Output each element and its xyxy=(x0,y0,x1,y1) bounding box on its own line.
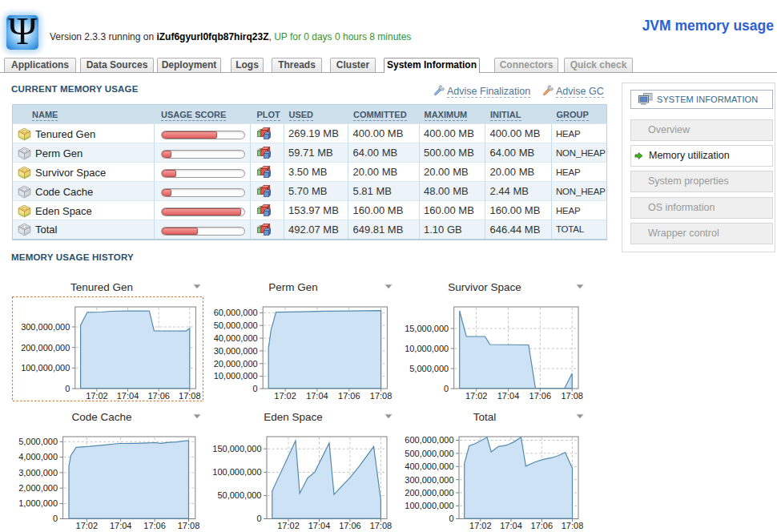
svg-text:17:04: 17:04 xyxy=(117,391,139,401)
svg-text:17:08: 17:08 xyxy=(370,521,393,530)
svg-text:40,000,000: 40,000,000 xyxy=(214,333,258,343)
svg-text:50,000,000: 50,000,000 xyxy=(214,320,258,330)
svg-text:17:06: 17:06 xyxy=(147,391,170,401)
svg-text:17:02: 17:02 xyxy=(76,521,99,530)
svg-text:3,000,000: 3,000,000 xyxy=(18,468,58,478)
svg-text:30,000,000: 30,000,000 xyxy=(214,346,258,356)
svg-text:17:02: 17:02 xyxy=(277,521,300,530)
svg-text:300,000,000: 300,000,000 xyxy=(21,322,70,332)
svg-text:100,000,000: 100,000,000 xyxy=(212,467,261,477)
svg-text:0: 0 xyxy=(53,514,58,523)
svg-text:0: 0 xyxy=(256,514,261,523)
svg-text:15,000,000: 15,000,000 xyxy=(405,324,449,333)
svg-text:17:06: 17:06 xyxy=(339,521,361,530)
svg-text:100,000,000: 100,000,000 xyxy=(405,501,453,510)
svg-text:17:08: 17:08 xyxy=(370,391,393,401)
svg-text:17:08: 17:08 xyxy=(561,391,583,401)
svg-text:2,000,000: 2,000,000 xyxy=(18,483,58,493)
svg-text:1,000,000: 1,000,000 xyxy=(18,498,58,508)
svg-text:0: 0 xyxy=(253,384,258,393)
svg-text:17:02: 17:02 xyxy=(86,391,108,401)
svg-text:17:02: 17:02 xyxy=(274,391,296,401)
svg-text:200,000,000: 200,000,000 xyxy=(21,343,70,353)
svg-text:600,000,000: 600,000,000 xyxy=(405,435,453,445)
svg-text:17:06: 17:06 xyxy=(529,391,552,401)
svg-text:17:02: 17:02 xyxy=(465,391,488,401)
svg-text:0: 0 xyxy=(444,384,449,393)
svg-text:20,000,000: 20,000,000 xyxy=(214,359,258,369)
svg-text:200,000,000: 200,000,000 xyxy=(405,488,453,498)
svg-text:5,000,000: 5,000,000 xyxy=(18,437,58,446)
svg-text:5,000,000: 5,000,000 xyxy=(409,364,449,373)
svg-text:17:06: 17:06 xyxy=(143,521,166,530)
svg-text:300,000,000: 300,000,000 xyxy=(405,475,453,485)
svg-text:17:04: 17:04 xyxy=(110,521,132,530)
svg-text:17:04: 17:04 xyxy=(308,521,331,530)
svg-text:17:04: 17:04 xyxy=(497,391,520,401)
svg-text:50,000,000: 50,000,000 xyxy=(217,490,261,500)
svg-text:500,000,000: 500,000,000 xyxy=(405,449,453,458)
svg-text:17:08: 17:08 xyxy=(562,521,584,530)
svg-text:0: 0 xyxy=(65,384,70,393)
svg-text:10,000,000: 10,000,000 xyxy=(405,344,449,353)
svg-text:17:06: 17:06 xyxy=(338,391,360,401)
svg-text:10,000,000: 10,000,000 xyxy=(214,371,258,381)
svg-text:100,000,000: 100,000,000 xyxy=(21,363,70,373)
svg-text:17:04: 17:04 xyxy=(306,391,328,401)
svg-text:0: 0 xyxy=(449,514,453,523)
svg-text:17:04: 17:04 xyxy=(500,521,522,530)
svg-text:4,000,000: 4,000,000 xyxy=(18,452,58,461)
svg-text:400,000,000: 400,000,000 xyxy=(405,461,453,471)
svg-text:17:02: 17:02 xyxy=(469,521,492,530)
svg-text:17:08: 17:08 xyxy=(179,391,201,401)
svg-text:17:06: 17:06 xyxy=(531,521,554,530)
svg-text:17:08: 17:08 xyxy=(178,521,200,530)
svg-text:60,000,000: 60,000,000 xyxy=(214,308,258,317)
svg-text:150,000,000: 150,000,000 xyxy=(212,444,261,453)
